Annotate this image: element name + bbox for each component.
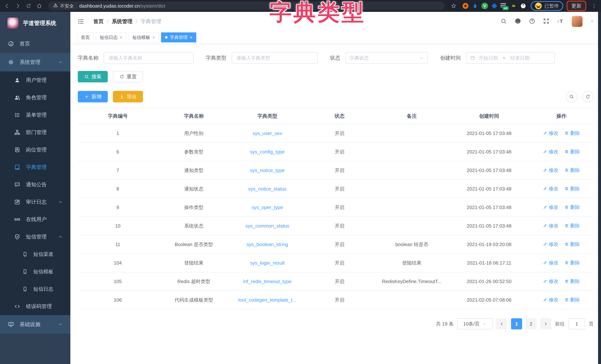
- extension-blue-drop-icon[interactable]: [471, 2, 479, 10]
- dict-type-link[interactable]: sys_oper_type: [252, 205, 283, 210]
- kebab-menu-icon[interactable]: [590, 1, 598, 10]
- hamburger-icon[interactable]: [77, 18, 84, 25]
- sidebar-item-dict[interactable]: 字典管理: [0, 159, 70, 176]
- sidebar-item-sms-template[interactable]: 短信模板: [0, 263, 70, 280]
- paused-extension-badge[interactable]: 已暂停: [531, 1, 563, 11]
- tab-home[interactable]: 首页: [77, 32, 94, 42]
- cell-create-time: 2021-02-05 07:08:06: [449, 291, 529, 309]
- close-icon[interactable]: ×: [190, 35, 192, 40]
- sidebar-item-audit-log[interactable]: 审计日志: [0, 193, 70, 211]
- sidebar-item-sms-channel[interactable]: 短信渠道: [0, 245, 70, 263]
- forward-icon[interactable]: [13, 1, 22, 10]
- sidebar-item-menu[interactable]: 菜单管理: [0, 106, 70, 124]
- browser-update-button[interactable]: 更新: [567, 1, 586, 11]
- page-size-select[interactable]: 10条/页: [457, 318, 492, 329]
- next-page-button[interactable]: [540, 318, 551, 329]
- sidebar-item-system[interactable]: 系统管理: [0, 53, 70, 71]
- edit-row-button[interactable]: 修改: [543, 185, 558, 192]
- dict-type-input[interactable]: [232, 52, 318, 64]
- dict-type-link[interactable]: sys_notice_status: [248, 186, 287, 192]
- sidebar-item-infra[interactable]: 基础设施: [0, 315, 70, 334]
- sidebar-item-user[interactable]: 用户管理: [0, 71, 70, 89]
- delete-row-button[interactable]: 删除: [564, 167, 580, 173]
- dict-type-link[interactable]: sys_user_sex: [252, 131, 282, 136]
- extension-white-puzzle-icon[interactable]: [519, 2, 527, 10]
- delete-row-button[interactable]: 删除: [564, 241, 580, 248]
- delete-row-button[interactable]: 删除: [564, 149, 580, 155]
- dict-type-link[interactable]: inf_redis_timeout_type: [243, 279, 292, 284]
- font-size-icon[interactable]: tT: [557, 17, 564, 26]
- edit-row-button[interactable]: 修改: [543, 297, 558, 303]
- delete-row-button[interactable]: 删除: [564, 204, 580, 211]
- caret-down-icon[interactable]: [590, 19, 594, 24]
- bookmark-star-icon[interactable]: [449, 1, 458, 10]
- sidebar-item-online-user[interactable]: 在线用户: [0, 211, 70, 228]
- avatar[interactable]: [572, 16, 582, 27]
- reload-icon[interactable]: [24, 1, 33, 10]
- tab-sms-log[interactable]: 短信日志×: [96, 32, 126, 42]
- toggle-search-button[interactable]: [566, 91, 577, 102]
- search-button[interactable]: 搜索: [78, 71, 108, 82]
- edit-row-button[interactable]: 修改: [543, 222, 558, 229]
- home-icon[interactable]: [35, 1, 44, 10]
- breadcrumb-item[interactable]: 首页: [93, 18, 104, 25]
- tab-dict[interactable]: 字典管理×: [161, 32, 196, 42]
- sidebar-item-error-code[interactable]: 错误码管理: [0, 298, 70, 315]
- edit-row-button[interactable]: 修改: [543, 130, 558, 136]
- edit-row-button[interactable]: 修改: [543, 167, 558, 173]
- dict-type-link[interactable]: sys_boolean_string: [247, 242, 288, 247]
- refresh-table-button[interactable]: [582, 91, 594, 102]
- sidebar-item-role[interactable]: 角色管理: [0, 89, 70, 106]
- delete-row-button[interactable]: 删除: [564, 185, 580, 192]
- extension-green-v-icon[interactable]: V: [481, 2, 489, 10]
- help-icon[interactable]: [529, 18, 535, 25]
- back-icon[interactable]: [3, 1, 11, 10]
- app-logo[interactable]: 芋道管理系统: [0, 12, 70, 34]
- breadcrumb-item[interactable]: 系统管理: [112, 18, 133, 25]
- phone-icon: [22, 286, 28, 292]
- reset-button[interactable]: 重置: [113, 71, 143, 82]
- date-range-picker[interactable]: 开始日期 ~ 结束日期: [466, 52, 555, 64]
- dict-type-link[interactable]: sys_login_result: [250, 260, 285, 266]
- prev-page-button[interactable]: [496, 318, 507, 329]
- delete-row-button[interactable]: 删除: [564, 222, 580, 229]
- address-bar[interactable]: 不安全 dashboard.yudao.iocoder.cn/system/di…: [48, 1, 445, 10]
- edit-row-button[interactable]: 修改: [543, 149, 558, 155]
- dict-type-link[interactable]: sys_config_type: [250, 149, 285, 155]
- page-2-button[interactable]: 2: [525, 318, 537, 329]
- extension-orange-ring-icon[interactable]: [461, 2, 470, 10]
- tab-sms-template[interactable]: 短信模板×: [129, 32, 159, 42]
- sidebar-item-sms-log[interactable]: 短信日志: [0, 280, 70, 298]
- sidebar-item-home[interactable]: 首页: [0, 34, 70, 53]
- dict-name-input[interactable]: [104, 52, 193, 64]
- dict-type-link[interactable]: tool_codegen_template_t...: [238, 297, 296, 303]
- search-icon[interactable]: [500, 18, 507, 25]
- security-chip[interactable]: 不安全: [53, 3, 74, 9]
- edit-row-button[interactable]: 修改: [543, 278, 558, 284]
- dict-type-link[interactable]: sys_common_status: [245, 223, 289, 229]
- github-icon[interactable]: [514, 18, 521, 25]
- sidebar-item-sms[interactable]: 短信管理: [0, 228, 70, 245]
- sidebar-item-post[interactable]: 岗位管理: [0, 141, 70, 159]
- extension-green-robot-icon[interactable]: [510, 2, 518, 10]
- edit-row-button[interactable]: 修改: [543, 260, 558, 266]
- add-button[interactable]: 新增: [78, 91, 108, 102]
- page-1-button[interactable]: 1: [511, 318, 522, 329]
- sidebar-item-notice[interactable]: 通知公告: [0, 176, 70, 193]
- close-icon[interactable]: ×: [152, 35, 155, 40]
- delete-row-button[interactable]: 删除: [564, 297, 580, 303]
- goto-page-input[interactable]: [568, 318, 585, 329]
- edit-row-button[interactable]: 修改: [543, 241, 558, 248]
- edit-row-button[interactable]: 修改: [543, 204, 558, 211]
- delete-row-button[interactable]: 删除: [564, 278, 580, 284]
- fullscreen-icon[interactable]: [543, 18, 550, 25]
- extension-on-badge-icon[interactable]: on: [500, 2, 508, 10]
- close-icon[interactable]: ×: [120, 35, 122, 40]
- extension-blue-diamond-icon[interactable]: [490, 2, 498, 10]
- sidebar-item-dept[interactable]: 部门管理: [0, 124, 70, 141]
- dict-type-link[interactable]: sys_notice_type: [250, 168, 285, 173]
- export-button[interactable]: 导出: [113, 91, 143, 102]
- status-select[interactable]: 字典状态: [345, 52, 428, 64]
- delete-row-button[interactable]: 删除: [564, 130, 580, 136]
- delete-row-button[interactable]: 删除: [564, 260, 580, 266]
